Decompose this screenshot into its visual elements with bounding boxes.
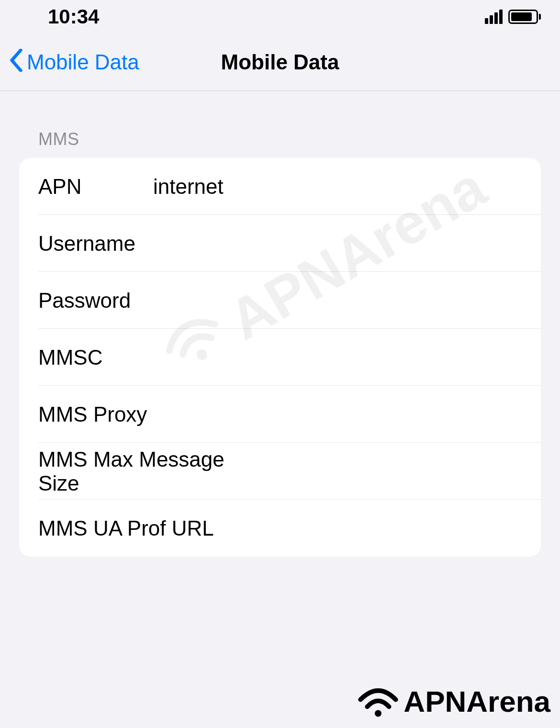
page-title: Mobile Data (221, 50, 339, 74)
content-area: MMS APN Username Password MMSC MMS Proxy (0, 91, 560, 557)
row-label: MMSC (38, 346, 153, 370)
row-mms-ua-prof-url[interactable]: MMS UA Prof URL (19, 500, 541, 557)
cellular-signal-icon (485, 10, 503, 24)
row-label: MMS Max Message Size (38, 448, 259, 495)
footer-brand-text: APNArena (403, 684, 550, 718)
row-mmsc[interactable]: MMSC (19, 329, 541, 386)
status-bar: 10:34 (0, 0, 560, 34)
wifi-icon (357, 685, 400, 718)
navigation-bar: Mobile Data Mobile Data (0, 34, 560, 91)
mms-max-size-input[interactable] (259, 459, 522, 483)
back-button[interactable]: Mobile Data (10, 49, 139, 76)
row-password[interactable]: Password (19, 272, 541, 329)
password-input[interactable] (153, 289, 522, 313)
status-time: 10:34 (48, 5, 99, 28)
footer-brand: APNArena (357, 684, 550, 718)
chevron-left-icon (10, 49, 23, 76)
row-mms-max-size[interactable]: MMS Max Message Size (19, 443, 541, 500)
row-label: Password (38, 289, 153, 313)
battery-icon (508, 10, 541, 24)
apn-input[interactable] (153, 175, 522, 199)
mmsc-input[interactable] (153, 346, 522, 370)
username-input[interactable] (153, 232, 522, 256)
row-label: MMS Proxy (38, 403, 259, 426)
section-header-mms: MMS (19, 129, 541, 149)
row-mms-proxy[interactable]: MMS Proxy (19, 386, 541, 443)
row-label: Username (38, 232, 153, 256)
status-indicators (485, 10, 541, 24)
svg-point-1 (375, 710, 381, 717)
row-label: MMS UA Prof URL (38, 516, 259, 540)
row-label: APN (38, 175, 153, 199)
settings-group-mms: APN Username Password MMSC MMS Proxy MMS… (19, 158, 541, 557)
back-label: Mobile Data (27, 50, 139, 74)
mms-proxy-input[interactable] (259, 403, 522, 426)
row-username[interactable]: Username (19, 215, 541, 272)
row-apn[interactable]: APN (19, 158, 541, 215)
mms-ua-prof-url-input[interactable] (259, 516, 522, 540)
